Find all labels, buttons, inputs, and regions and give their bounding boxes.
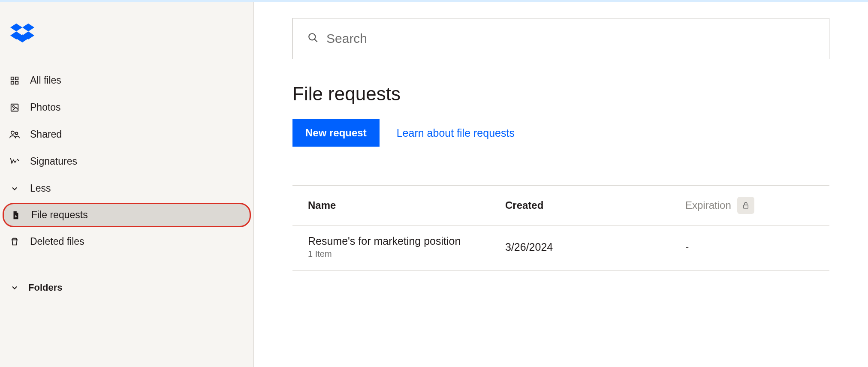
svg-marker-0 bbox=[10, 24, 22, 32]
sidebar-item-label: Shared bbox=[30, 129, 62, 140]
row-name: Resume's for marketing position bbox=[308, 235, 505, 247]
row-name-cell: Resume's for marketing position 1 Item bbox=[308, 235, 505, 259]
search-box[interactable] bbox=[292, 18, 829, 59]
expiration-label: Expiration bbox=[685, 199, 731, 211]
table-row[interactable]: Resume's for marketing position 1 Item 3… bbox=[292, 226, 829, 271]
learn-about-file-requests-link[interactable]: Learn about file requests bbox=[397, 127, 515, 139]
chevron-down-icon bbox=[9, 283, 20, 293]
sidebar-item-less[interactable]: Less bbox=[0, 175, 253, 202]
sidebar-item-deleted-files[interactable]: Deleted files bbox=[0, 228, 253, 255]
sidebar-item-label: Deleted files bbox=[30, 236, 84, 247]
search-input[interactable] bbox=[326, 31, 814, 46]
sidebar-item-shared[interactable]: Shared bbox=[0, 121, 253, 148]
sidebar-item-signatures[interactable]: Signatures bbox=[0, 148, 253, 175]
dropbox-logo-icon[interactable] bbox=[10, 38, 34, 45]
trash-icon bbox=[9, 237, 20, 247]
sidebar-item-label: Photos bbox=[30, 102, 61, 113]
svg-point-10 bbox=[12, 105, 14, 107]
table-header-name: Name bbox=[308, 199, 505, 211]
sidebar-nav: All files Photos bbox=[0, 58, 253, 255]
svg-rect-8 bbox=[15, 81, 18, 84]
requests-table: Name Created Expiration Resume's for mar… bbox=[292, 185, 829, 271]
svg-point-12 bbox=[15, 132, 18, 135]
image-icon bbox=[9, 102, 20, 113]
signature-icon bbox=[9, 156, 20, 167]
svg-rect-5 bbox=[11, 77, 14, 79]
row-created: 3/26/2024 bbox=[505, 241, 685, 253]
people-icon bbox=[9, 129, 20, 140]
svg-marker-1 bbox=[22, 24, 34, 32]
folders-label: Folders bbox=[28, 282, 62, 293]
svg-point-11 bbox=[11, 131, 14, 134]
grid-icon bbox=[9, 75, 20, 86]
file-request-icon bbox=[11, 210, 21, 220]
page-title: File requests bbox=[292, 83, 829, 105]
table-header-expiration: Expiration bbox=[685, 197, 814, 214]
main-content: File requests New request Learn about fi… bbox=[254, 2, 868, 367]
sidebar-item-label: Less bbox=[30, 183, 51, 194]
svg-rect-15 bbox=[743, 205, 748, 208]
sidebar-item-label: All files bbox=[30, 75, 61, 86]
sidebar-item-all-files[interactable]: All files bbox=[0, 67, 253, 94]
sidebar: All files Photos bbox=[0, 2, 254, 367]
lock-icon bbox=[737, 197, 754, 214]
sidebar-item-label: File requests bbox=[31, 209, 88, 221]
svg-rect-9 bbox=[11, 104, 18, 111]
svg-rect-6 bbox=[15, 77, 18, 79]
sidebar-item-label: Signatures bbox=[30, 156, 77, 167]
row-expiration: - bbox=[685, 241, 814, 253]
actions-row: New request Learn about file requests bbox=[292, 119, 829, 147]
svg-rect-7 bbox=[11, 81, 14, 84]
sidebar-item-photos[interactable]: Photos bbox=[0, 94, 253, 121]
svg-line-14 bbox=[314, 39, 317, 42]
row-subtitle: 1 Item bbox=[308, 249, 505, 259]
svg-point-13 bbox=[309, 33, 315, 40]
new-request-button[interactable]: New request bbox=[292, 119, 380, 147]
table-header-row: Name Created Expiration bbox=[292, 186, 829, 226]
sidebar-item-file-requests[interactable]: File requests bbox=[3, 203, 251, 227]
search-icon bbox=[307, 32, 319, 45]
sidebar-folders-toggle[interactable]: Folders bbox=[0, 269, 253, 301]
chevron-down-icon bbox=[9, 184, 20, 194]
table-header-created: Created bbox=[505, 199, 685, 211]
logo-wrap bbox=[0, 2, 253, 58]
